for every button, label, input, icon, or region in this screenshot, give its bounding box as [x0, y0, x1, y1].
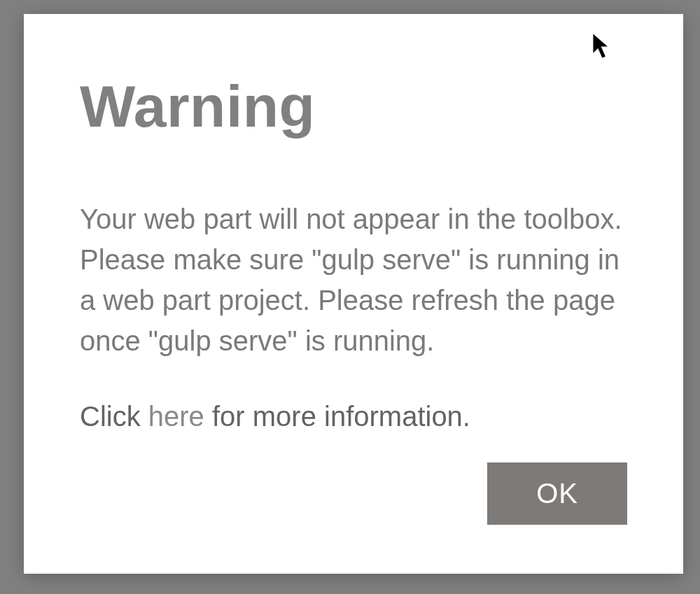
dialog-body-text: Your web part will not appear in the too…	[80, 199, 627, 361]
info-suffix: for more information.	[204, 401, 470, 432]
more-info-link[interactable]: here	[148, 401, 204, 432]
dialog-footer: OK	[487, 462, 627, 525]
ok-button[interactable]: OK	[487, 462, 627, 525]
info-prefix: Click	[80, 401, 148, 432]
dialog-title: Warning	[80, 77, 627, 136]
warning-dialog: Warning Your web part will not appear in…	[24, 14, 683, 574]
dialog-info-text: Click here for more information.	[80, 396, 627, 437]
